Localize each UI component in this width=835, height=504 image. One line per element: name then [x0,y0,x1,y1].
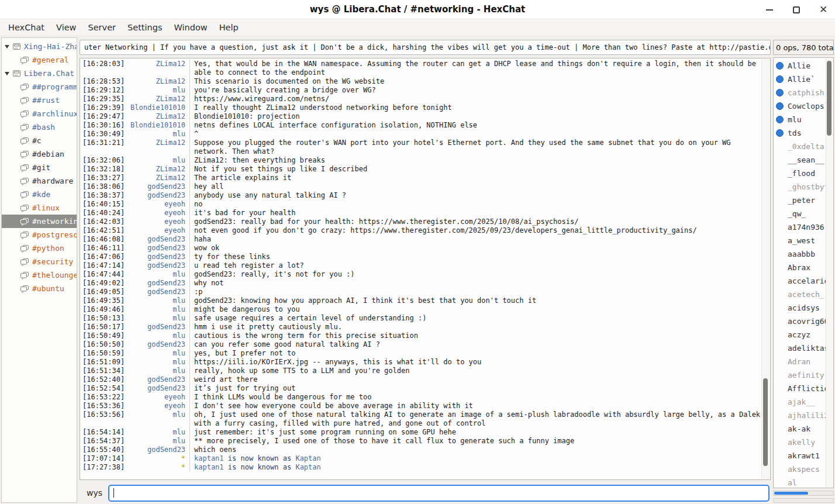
message-text: I really thought ZLima12 understood netw… [189,103,761,112]
user-name: a174n936 [788,223,824,232]
userlist-pane: 0 ops, 780 tota Allie Allie` catphish Co… [773,37,834,503]
userlist-user[interactable]: acetech_ [774,288,833,301]
userlist-user[interactable]: al [774,476,833,488]
expander-triangle-icon[interactable] [5,45,9,49]
channel-bubble-icon [20,218,29,226]
message-timestamp: [16:50:59] [81,349,128,358]
userlist-user[interactable]: Adran [774,355,833,368]
server-tree-channel[interactable]: #kde [2,188,77,201]
server-tree-channel[interactable]: #c [2,134,77,147]
event-star: * [128,454,189,463]
server-tree-channel[interactable]: ##rust [2,94,77,107]
message-nick: mlu [128,314,189,323]
userlist-user[interactable]: akrawt1 [774,449,833,462]
chat-message-row: [16:32:06] mlu ZLima12: then everything … [81,156,761,165]
userlist-user[interactable]: accelario [774,274,833,288]
userlist-user[interactable]: acovrig60 [774,315,833,328]
topic-bar[interactable]: uter Networking | If you have a question… [80,40,771,55]
message-nick: ZLima12 [128,139,189,147]
userlist-user[interactable]: aaabbb [774,247,833,261]
user-name: adeliktas [788,344,829,353]
menu-item-hexchat[interactable]: HexChat [2,20,50,34]
expander-triangle-icon[interactable] [5,72,9,75]
userlist-user[interactable]: _peter [774,194,833,207]
message-nick: godSend23 [128,384,189,393]
userlist-user[interactable]: a_west [774,234,833,247]
message-link[interactable]: https://www.wireguard.com/netns/ [194,95,329,103]
userlist-user[interactable]: adeliktas [774,341,833,355]
userlist-user[interactable]: catphish [774,86,833,99]
channel-bubble-icon [20,123,29,132]
userlist-user[interactable]: Allie` [774,73,833,86]
userlist-user[interactable]: a174n936 [774,220,833,234]
server-tree-channel[interactable]: #python [2,241,77,255]
server-tree-channel[interactable]: #debian [2,147,77,161]
userlist-scrollbar-thumb[interactable] [827,61,831,136]
userlist-user[interactable]: Allie [774,59,833,73]
chat-message-row: [17:27:38] * kaptan1 is now known as Kap… [81,463,761,472]
server-tree-channel[interactable]: #linux [2,201,77,215]
menu-item-help[interactable]: Help [213,20,244,34]
userlist-user[interactable]: ajak__ [774,395,833,409]
server-tree-channel[interactable]: ##programming [2,80,77,94]
server-tree-channel[interactable]: #ubuntu [2,282,77,295]
server-tree-channel[interactable]: #git [2,161,77,174]
server-tree-server[interactable]: Libera.Chat [2,67,77,80]
message-nick: mlu [128,305,189,314]
menu-item-view[interactable]: View [50,20,82,34]
userlist-user[interactable]: ak-ak [774,422,833,436]
userlist-user[interactable]: __sean__ [774,153,833,167]
maximize-button[interactable] [791,4,802,16]
userlist-hscrollbar-track2[interactable] [773,498,834,503]
userlist-user[interactable]: akspecs [774,462,833,476]
userlist-user[interactable]: ajhalili2 [774,409,833,422]
chat-scrollbar[interactable] [761,59,770,479]
message-text: might be dangerous to you [189,305,761,314]
message-nick: eyeoh [128,393,189,402]
server-tree-channel[interactable]: #archlinux [2,107,77,120]
server-tree-channel[interactable]: #general [2,53,77,67]
userlist-hscrollbar-thumb[interactable] [774,492,808,495]
message-timestamp: [16:42:03] [81,218,128,226]
server-tree-channel[interactable]: #networking [2,215,77,228]
userlist-scrollbar[interactable] [826,58,833,487]
chat-scrollbar-thumb[interactable] [763,378,768,467]
message-text: godSend23: knowing how you approach AI, … [189,296,761,305]
userlist-user[interactable]: _flood [774,167,833,180]
server-tree-server[interactable]: Xing-Hai-Zhan [2,40,77,53]
userlist-user[interactable]: acidsys [774,301,833,315]
chat-message-row: [16:40:24] eyeoh it's bad for your healt… [81,209,761,218]
message-text: Not if you set things up like I describe… [189,165,761,174]
message-input[interactable] [108,485,770,502]
close-button[interactable]: ✕ [817,4,829,16]
message-link[interactable]: https://iili.io/KOrIErX.jpg [194,358,308,366]
voice-dot-icon [776,102,784,110]
userlist-user[interactable]: aczyz [774,328,833,341]
server-tree-channel[interactable]: #security [2,255,77,268]
message-text: https://www.wireguard.com/netns/ [189,95,761,103]
server-tree-channel[interactable]: #bash [2,120,77,134]
userlist-user[interactable]: akelly [774,436,833,449]
userlist-user[interactable]: _qw_ [774,207,833,220]
menu-item-window[interactable]: Window [168,20,213,34]
userlist-header: 0 ops, 780 tota [773,40,834,55]
message-text: Suppose you plugged the router's WAN por… [189,139,761,156]
userlist-user[interactable]: _ghostbyt [774,180,833,194]
userlist-hscrollbar[interactable] [773,491,834,496]
server-tree-channel[interactable]: #postgresql [2,228,77,241]
channel-name: #debian [32,150,64,158]
message-link[interactable]: https://www.theregister.com/2025/10/08/a… [359,218,579,226]
server-tree-channel[interactable]: #thelounge [2,268,77,282]
server-tree-channel[interactable]: #hardware [2,174,77,188]
menu-item-settings[interactable]: Settings [122,20,168,34]
minimize-button[interactable] [764,4,775,16]
userlist-user[interactable]: Cowclops` [774,99,833,113]
menu-item-server[interactable]: Server [82,20,122,34]
userlist-user[interactable]: aefinity [774,368,833,382]
userlist-user[interactable]: tds [774,126,833,140]
userlist-user[interactable]: Afflictio [774,382,833,395]
userlist-user[interactable]: _0xdelta [774,140,833,153]
message-nick: mlu [128,156,189,165]
userlist-user[interactable]: mlu [774,113,833,126]
userlist-user[interactable]: Abrax [774,261,833,274]
